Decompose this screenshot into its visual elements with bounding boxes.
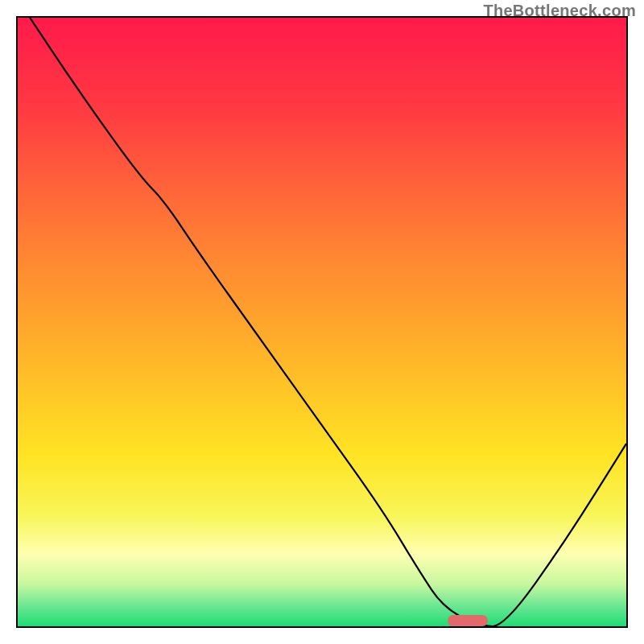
gradient-background bbox=[18, 18, 626, 626]
chart-frame bbox=[16, 16, 628, 628]
optimal-marker bbox=[448, 615, 488, 626]
chart-svg bbox=[18, 18, 626, 626]
